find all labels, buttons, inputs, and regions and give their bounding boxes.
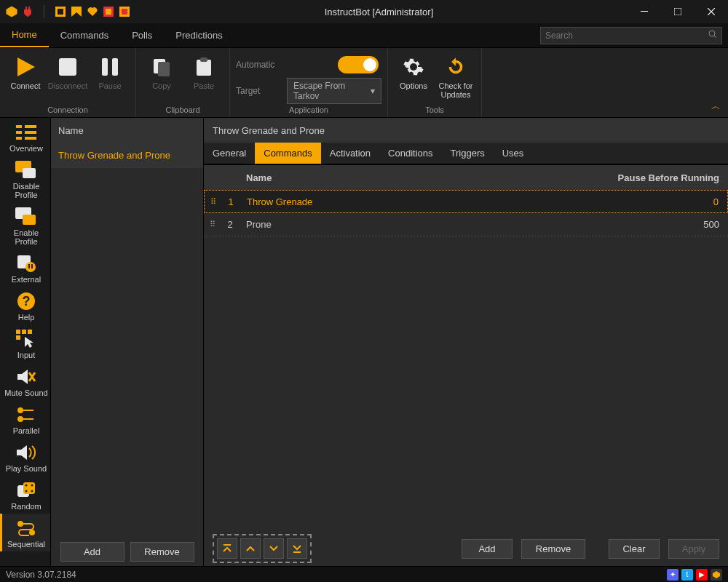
menu-polls[interactable]: Polls — [120, 23, 164, 47]
detail-apply-button[interactable]: Apply — [668, 539, 719, 559]
menu-commands[interactable]: Commands — [49, 23, 120, 47]
list-remove-button[interactable]: Remove — [130, 542, 194, 562]
paste-button[interactable]: Paste — [184, 51, 223, 90]
pause-button[interactable]: Pause — [90, 51, 130, 90]
qa-icon-2[interactable] — [71, 6, 82, 17]
close-button[interactable] — [695, 0, 728, 23]
svg-text:?: ? — [23, 294, 31, 308]
search-input[interactable] — [545, 31, 708, 41]
qa-icon-3[interactable] — [87, 6, 98, 17]
sidebar-item-label: External — [12, 275, 41, 284]
drag-handle-icon[interactable]: ⠿ — [204, 220, 221, 229]
paste-icon — [192, 55, 215, 79]
clipboard-group-label: Clipboard — [165, 104, 199, 116]
search-box[interactable] — [540, 27, 722, 44]
tab-conditions[interactable]: Conditions — [379, 143, 441, 164]
qa-icon-4[interactable] — [103, 6, 114, 17]
svg-point-42 — [31, 490, 33, 493]
minimize-button[interactable] — [628, 0, 661, 23]
sidebar-item-disable-profile[interactable]: Disable Profile — [0, 156, 50, 202]
reorder-buttons — [213, 534, 312, 563]
sidebar-item-label: Sequential — [7, 540, 45, 549]
sidebar-item-enable-profile[interactable]: Enable Profile — [0, 202, 50, 249]
application-group-label: Application — [289, 104, 328, 116]
maximize-button[interactable] — [661, 0, 695, 23]
gear-icon — [402, 55, 425, 79]
sidebar-item-random[interactable]: Random — [0, 476, 50, 514]
command-grid: Name Pause Before Running ⠿ 1 Throw Gren… — [204, 164, 728, 531]
menu-home[interactable]: Home — [0, 23, 49, 47]
automatic-label: Automatic — [236, 60, 280, 70]
tab-activation[interactable]: Activation — [321, 143, 379, 164]
status-bar: Version 3.07.2184 ✦ t ▶ — [0, 566, 728, 582]
sidebar-item-label: Help — [18, 313, 35, 322]
qa-icon-1[interactable] — [55, 6, 66, 17]
tab-triggers[interactable]: Triggers — [442, 143, 494, 164]
sidebar-item-parallel[interactable]: Parallel — [0, 400, 50, 438]
connect-button[interactable]: Connect — [6, 51, 45, 90]
target-dropdown[interactable]: Escape From Tarkov ▾ — [287, 78, 381, 104]
move-down-button[interactable] — [264, 538, 284, 559]
sidebar-item-play-sound[interactable]: Play Sound — [0, 438, 50, 476]
row-name: Prone — [239, 219, 612, 230]
sidebar-item-label: Overview — [9, 144, 43, 153]
sidebar-item-overview[interactable]: Overview — [0, 118, 50, 156]
menu-predictions[interactable]: Predictions — [164, 23, 234, 47]
grid-col-pause[interactable]: Pause Before Running — [612, 172, 728, 183]
move-up-button[interactable] — [240, 538, 261, 559]
sidebar-item-help[interactable]: ?Help — [0, 287, 50, 324]
move-top-button[interactable] — [217, 538, 237, 559]
detail-add-button[interactable]: Add — [462, 539, 513, 559]
list-add-button[interactable]: Add — [60, 542, 124, 562]
sidebar-item-sequential[interactable]: Sequential — [0, 514, 50, 551]
check-updates-button[interactable]: Check for Updates — [436, 51, 475, 99]
youtube-icon[interactable]: ▶ — [696, 569, 708, 581]
paste-label: Paste — [194, 81, 214, 90]
ribbon-collapse-icon[interactable]: ︿ — [711, 100, 721, 113]
table-row[interactable]: ⠿ 2 Prone 500 — [204, 213, 728, 236]
discord-icon[interactable]: ✦ — [667, 569, 678, 581]
help-icon: ? — [15, 290, 37, 312]
automatic-toggle[interactable] — [338, 56, 379, 73]
svg-rect-1 — [58, 9, 63, 15]
svg-rect-16 — [25, 125, 36, 128]
row-index: 1 — [222, 196, 240, 207]
svg-rect-28 — [31, 264, 33, 268]
tools-group-label: Tools — [425, 104, 444, 116]
move-bottom-button[interactable] — [287, 538, 307, 559]
svg-rect-33 — [28, 330, 32, 334]
detail-clear-button[interactable]: Clear — [609, 539, 660, 559]
svg-point-40 — [31, 485, 33, 487]
svg-rect-20 — [25, 137, 36, 140]
pause-label: Pause — [98, 81, 121, 90]
svg-rect-27 — [28, 264, 30, 268]
list-item[interactable]: Throw Grenade and Prone — [51, 143, 203, 168]
sidebar-item-label: Enable Profile — [4, 228, 49, 246]
sidebar: Overview Disable Profile Enable Profile … — [0, 118, 51, 566]
table-row[interactable]: ⠿ 1 Throw Grenade 0 — [204, 190, 728, 213]
disconnect-button[interactable]: Disconnect — [48, 51, 87, 90]
tab-general[interactable]: General — [204, 143, 255, 164]
row-pause: 500 — [612, 219, 728, 230]
sidebar-item-mute-sound[interactable]: Mute Sound — [0, 362, 50, 400]
svg-point-44 — [29, 530, 35, 535]
svg-rect-18 — [25, 131, 36, 134]
tab-uses[interactable]: Uses — [494, 143, 533, 164]
sidebar-item-external[interactable]: External — [0, 249, 50, 287]
twitter-icon[interactable]: t — [681, 569, 693, 581]
options-button[interactable]: Options — [394, 51, 433, 90]
grid-col-name[interactable]: Name — [239, 172, 612, 183]
tab-commands[interactable]: Commands — [255, 143, 320, 164]
title-bar: InstructBot [Administrator] — [0, 0, 728, 23]
drag-handle-icon[interactable]: ⠿ — [205, 197, 222, 207]
detail-remove-button[interactable]: Remove — [521, 539, 585, 559]
detail-panel: Throw Grenade and Prone General Commands… — [204, 118, 728, 566]
version-text: Version 3.07.2184 — [6, 570, 76, 580]
svg-rect-12 — [158, 62, 170, 76]
svg-point-35 — [17, 407, 23, 413]
qa-icon-5[interactable] — [119, 6, 130, 17]
detail-title: Throw Grenade and Prone — [204, 118, 728, 143]
copy-button[interactable]: Copy — [142, 51, 181, 90]
brand-icon[interactable] — [711, 569, 722, 581]
sidebar-item-input[interactable]: Input — [0, 324, 50, 362]
